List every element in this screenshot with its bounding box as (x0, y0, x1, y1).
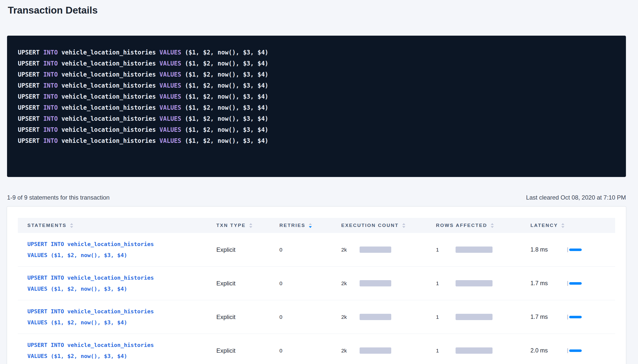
sql-keyword: VALUES (160, 104, 181, 111)
sql-line: UPSERT INTO vehicle_location_histories V… (18, 58, 616, 69)
statement-cell: UPSERT INTO vehicle_location_histories V… (18, 272, 216, 294)
sql-keyword: UPSERT (18, 137, 40, 144)
latency-cell: 1.8 ms (530, 246, 615, 253)
sort-carets-icon[interactable] (249, 223, 252, 228)
sql-table-name: vehicle_location_histories (61, 60, 156, 67)
sql-keyword: INTO (43, 126, 58, 133)
latency-bar-chart (567, 281, 582, 286)
sql-params: ($1, $2, now(), $3, $4) (185, 115, 268, 122)
execution-count-bar (360, 247, 391, 253)
statement-link[interactable]: UPSERT INTO vehicle_location_histories V… (18, 306, 216, 328)
statements-count-text: 1-9 of 9 statements for this transaction (7, 194, 110, 201)
caret-down-icon (70, 226, 73, 228)
statements-table-card: STATEMENTS TXN TYPE RETRIES EXECUTION CO… (7, 207, 626, 364)
execution-count-bar (360, 314, 391, 320)
rows-affected-bar (456, 280, 493, 286)
retries-cell: 0 (279, 280, 341, 286)
latency-bar-chart (567, 247, 582, 252)
page-title: Transaction Details (8, 5, 631, 16)
sql-params: ($1, $2, now(), $3, $4) (185, 60, 268, 67)
latency-bar (569, 249, 582, 251)
caret-up-icon (561, 223, 564, 225)
sql-params: ($1, $2, now(), $3, $4) (185, 93, 268, 100)
column-header-statements[interactable]: STATEMENTS (18, 223, 216, 228)
sql-keyword: INTO (43, 104, 58, 111)
sql-params: ($1, $2, now(), $3, $4) (185, 82, 268, 89)
sql-table-name: vehicle_location_histories (61, 137, 156, 144)
execution-count-cell: 2k (341, 314, 436, 320)
statement-link[interactable]: UPSERT INTO vehicle_location_histories V… (18, 272, 216, 294)
execution-count-value: 2k (341, 314, 360, 320)
latency-axis-tick (567, 315, 568, 320)
latency-bar-chart (567, 315, 582, 320)
statement-link[interactable]: UPSERT INTO vehicle_location_histories V… (18, 239, 216, 261)
sql-statements-panel: UPSERT INTO vehicle_location_histories V… (7, 36, 626, 177)
sql-line: UPSERT INTO vehicle_location_histories V… (18, 135, 616, 146)
statement-cell: UPSERT INTO vehicle_location_histories V… (18, 306, 216, 328)
latency-value: 1.7 ms (530, 314, 558, 320)
column-header-rows-affected[interactable]: ROWS AFFECTED (436, 223, 530, 228)
sql-keyword: INTO (43, 71, 58, 78)
sql-keyword: INTO (43, 49, 58, 56)
sql-keyword: UPSERT (18, 126, 40, 133)
column-header-txn-type[interactable]: TXN TYPE (216, 223, 279, 228)
latency-axis-tick (567, 247, 568, 252)
caret-down-icon (249, 226, 252, 228)
sql-keyword: INTO (43, 82, 58, 89)
rows-affected-bar (456, 247, 493, 253)
latency-bar (569, 349, 582, 352)
sort-carets-icon[interactable] (70, 223, 73, 228)
rows-affected-bar (456, 347, 493, 354)
table-row: UPSERT INTO vehicle_location_histories V… (18, 233, 615, 267)
rows-affected-value: 1 (436, 280, 456, 286)
sort-carets-icon[interactable] (309, 223, 312, 228)
latency-cell: 1.7 ms (530, 314, 615, 320)
sql-line: UPSERT INTO vehicle_location_histories V… (18, 80, 616, 91)
retries-cell: 0 (279, 348, 341, 354)
sort-carets-icon[interactable] (491, 223, 494, 228)
sql-params: ($1, $2, now(), $3, $4) (185, 104, 268, 111)
sql-keyword: INTO (43, 60, 58, 67)
execution-count-bar (360, 347, 391, 354)
rows-affected-value: 1 (436, 247, 456, 253)
statement-cell: UPSERT INTO vehicle_location_histories V… (18, 340, 216, 362)
last-cleared-text: Last cleared Oct 08, 2020 at 7:10 PM (526, 194, 626, 201)
statement-link[interactable]: UPSERT INTO vehicle_location_histories V… (18, 340, 216, 362)
txn-type-cell: Explicit (216, 347, 279, 354)
execution-count-value: 2k (341, 348, 360, 354)
retries-cell: 0 (279, 247, 341, 253)
column-header-execution-count[interactable]: EXECUTION COUNT (341, 223, 436, 228)
rows-affected-cell: 1 (436, 280, 530, 286)
caret-down-icon (561, 226, 564, 228)
sort-carets-icon[interactable] (561, 223, 564, 228)
latency-bar (569, 316, 582, 318)
sql-keyword: VALUES (160, 49, 181, 56)
sql-params: ($1, $2, now(), $3, $4) (185, 137, 268, 144)
sort-carets-icon[interactable] (402, 223, 405, 228)
column-header-label: LATENCY (530, 223, 558, 228)
caret-up-icon (491, 223, 494, 225)
sql-line: UPSERT INTO vehicle_location_histories V… (18, 69, 616, 80)
table-row: UPSERT INTO vehicle_location_histories V… (18, 334, 615, 364)
caret-up-icon (70, 223, 73, 225)
column-header-label: EXECUTION COUNT (341, 223, 399, 228)
sql-keyword: VALUES (160, 93, 181, 100)
sql-keyword: UPSERT (18, 115, 40, 122)
rows-affected-value: 1 (436, 314, 456, 320)
rows-affected-value: 1 (436, 348, 456, 354)
latency-bar-chart (567, 348, 582, 353)
transaction-details-page: Transaction Details UPSERT INTO vehicle_… (0, 0, 638, 364)
txn-type-cell: Explicit (216, 280, 279, 287)
sql-table-name: vehicle_location_histories (61, 93, 156, 100)
latency-cell: 1.7 ms (530, 280, 615, 287)
column-header-latency[interactable]: LATENCY (530, 223, 615, 228)
sql-table-name: vehicle_location_histories (61, 71, 156, 78)
sql-line: UPSERT INTO vehicle_location_histories V… (18, 113, 616, 124)
sql-table-name: vehicle_location_histories (61, 82, 156, 89)
column-header-retries[interactable]: RETRIES (279, 223, 341, 228)
sql-keyword: INTO (43, 115, 58, 122)
table-row: UPSERT INTO vehicle_location_histories V… (18, 267, 615, 300)
latency-bar (569, 282, 582, 285)
sql-keyword: UPSERT (18, 71, 40, 78)
column-header-label: ROWS AFFECTED (436, 223, 487, 228)
